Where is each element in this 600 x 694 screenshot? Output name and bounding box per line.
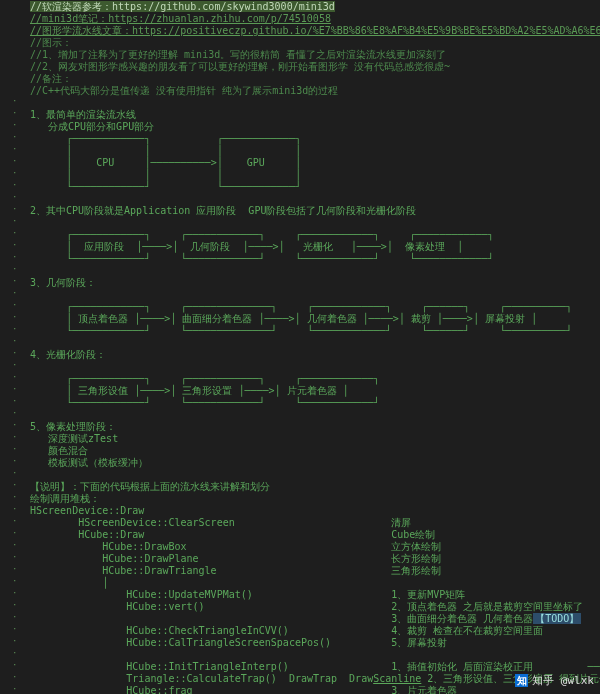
call-stack-line: HCube::CalTriangleScreenSpacePos() 5、屏幕投… — [30, 636, 600, 648]
call-stack-line: HCube::Draw Cube绘制 — [30, 528, 600, 540]
link-pdf[interactable]: //图形学流水线文章：https://positiveczp.github.io… — [30, 25, 600, 36]
zhihu-logo-icon: 知 — [515, 674, 528, 687]
editor-gutter: ········································… — [12, 0, 24, 694]
section-6-title: 【说明】：下面的代码根据上面的流水线来讲解和划分 — [30, 480, 600, 492]
call-stack-line: HCube::DrawPlane 长方形绘制 — [30, 552, 600, 564]
call-stack-line: HCube::InitTriangleInterp() 1、插值初始化 后面渲染… — [30, 660, 600, 672]
call-stack-line: HCube::DrawBox 立方体绘制 — [30, 540, 600, 552]
call-stack-line: HCube::UpdateMVPMat() 1、更新MVP矩阵 │ — [30, 588, 600, 600]
call-stack-line: HScreenDevice::ClearScreen 清屏 — [30, 516, 600, 528]
call-stack-line: HCube::CheckTriangleInCVV() 4、裁剪 检查在不在裁剪… — [30, 624, 600, 636]
code-content: //软渲染器参考：https://github.com/skywind3000/… — [30, 0, 600, 694]
section-2-title: 2、其中CPU阶段就是Application 应用阶段 GPU阶段包括了几何阶段… — [30, 204, 600, 216]
section-1-title: 1、最简单的渲染流水线 — [30, 108, 600, 120]
comment-line: //软渲染器参考：https://github.com/skywind3000/… — [30, 1, 335, 12]
call-stack-line: │ — [30, 576, 600, 588]
link-zhihu[interactable]: //mini3d笔记：https://zhuanlan.zhihu.com/p/… — [30, 13, 331, 24]
comment-line: //备注： — [30, 72, 600, 84]
comment-line: //2、网友对图形学感兴趣的朋友看了可以更好的理解，刚开始看图形学 没有代码总感… — [30, 60, 600, 72]
call-stack-line: │ — [30, 648, 600, 660]
call-stack-line: HCube::DrawTriangle 三角形绘制 — [30, 564, 600, 576]
comment-line: //图示： — [30, 36, 600, 48]
section-1-sub: 分成CPU部分和GPU部分 — [30, 120, 600, 132]
watermark: 知 知乎 @wlxk — [515, 674, 594, 688]
comment-line: //1、增加了注释为了更好的理解 mini3d。写的很精简 看懂了之后对渲染流水… — [30, 48, 600, 60]
section-5-title: 5、像素处理阶段： — [30, 420, 600, 432]
watermark-text: 知乎 @wlxk — [532, 674, 594, 688]
call-stack-line: HScreenDevice::Draw — [30, 504, 600, 516]
call-stack-line: HCube::vert() 2、顶点着色器 之后就是裁剪空间里坐标了 │ — [30, 600, 600, 612]
call-stack-line: 3、曲面细分着色器 几何着色器【TODO】 │───>几何阶段 — [30, 612, 600, 624]
comment-line: //C++代码大部分是值传递 没有使用指针 纯为了展示mini3d的过程 — [30, 84, 600, 96]
section-4-title: 4、光栅化阶段： — [30, 348, 600, 360]
section-3-title: 3、几何阶段： — [30, 276, 600, 288]
